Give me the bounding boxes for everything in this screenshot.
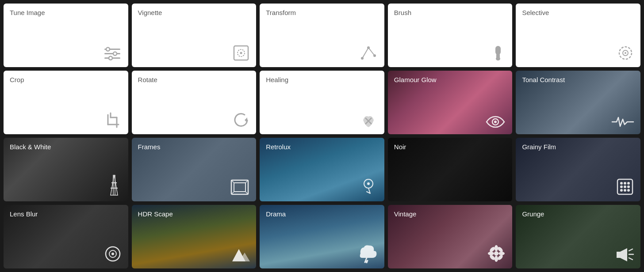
svg-point-42 <box>367 182 370 185</box>
retrolux-icon <box>360 176 378 196</box>
frames-label: Frames <box>138 143 161 151</box>
tile-lens-blur[interactable]: Lens Blur <box>4 205 128 268</box>
tile-tune-image[interactable]: Tune Image <box>4 4 128 67</box>
svg-point-49 <box>627 185 630 188</box>
svg-point-55 <box>111 253 114 255</box>
selective-label: Selective <box>522 9 549 16</box>
eye-icon <box>485 115 506 129</box>
svg-point-29 <box>494 121 497 123</box>
tools-grid: Tune Image Vignette Transform <box>0 0 644 272</box>
tile-healing[interactable]: Healing <box>260 71 384 134</box>
svg-point-59 <box>494 245 498 251</box>
svg-point-44 <box>620 182 623 185</box>
flower-icon <box>487 244 506 263</box>
hdr-scape-label: HDR Scape <box>138 210 173 218</box>
tile-drama[interactable]: Drama <box>260 205 384 268</box>
svg-point-62 <box>498 252 505 255</box>
rotate-icon <box>232 111 250 129</box>
tile-rotate[interactable]: Rotate <box>132 71 257 134</box>
tile-grainy-film[interactable]: Grainy Film <box>516 138 640 201</box>
grainy-film-label: Grainy Film <box>522 143 556 151</box>
tile-retrolux[interactable]: Retrolux <box>260 138 384 201</box>
svg-marker-25 <box>245 117 247 123</box>
svg-point-8 <box>240 52 242 54</box>
svg-line-67 <box>629 249 632 251</box>
svg-point-50 <box>620 189 623 192</box>
svg-line-12 <box>362 48 368 58</box>
lens-blur-label: Lens Blur <box>10 210 38 218</box>
vignette-icon <box>232 44 250 62</box>
mountains-icon <box>228 247 250 263</box>
svg-point-61 <box>488 252 494 255</box>
svg-point-47 <box>620 185 623 188</box>
rotate-label: Rotate <box>138 76 157 83</box>
black-white-label: Black & White <box>10 143 51 151</box>
svg-point-45 <box>624 182 626 185</box>
svg-point-4 <box>113 52 117 56</box>
tile-noir[interactable]: Noir <box>388 138 513 201</box>
grunge-label: Grunge <box>522 210 544 218</box>
cloud-lightning-icon <box>356 244 378 263</box>
eiffel-tower-icon <box>106 174 122 196</box>
sliders-icon <box>103 46 122 62</box>
svg-line-69 <box>629 258 632 260</box>
transform-label: Transform <box>266 9 296 16</box>
brush-icon <box>488 44 506 62</box>
tile-vintage[interactable]: Vintage <box>388 205 513 268</box>
dice-icon <box>616 178 634 196</box>
svg-point-48 <box>624 185 626 188</box>
svg-point-60 <box>494 256 498 262</box>
tile-frames[interactable]: Frames <box>132 138 257 201</box>
tile-hdr-scape[interactable]: HDR Scape <box>132 205 257 268</box>
tile-grunge[interactable]: Grunge <box>516 205 640 268</box>
svg-rect-1 <box>104 53 120 54</box>
pulse-icon <box>611 115 634 129</box>
svg-marker-30 <box>111 175 118 195</box>
tile-selective[interactable]: Selective <box>516 4 640 67</box>
tile-crop[interactable]: Crop <box>4 71 128 134</box>
svg-point-16 <box>496 57 500 60</box>
tile-tonal-contrast[interactable]: Tonal Contrast <box>516 71 640 134</box>
svg-point-19 <box>625 52 626 54</box>
svg-point-3 <box>106 48 110 51</box>
svg-point-46 <box>627 182 630 185</box>
tile-transform[interactable]: Transform <box>260 4 384 67</box>
vignette-label: Vignette <box>138 9 162 16</box>
glamour-glow-label: Glamour Glow <box>394 76 437 83</box>
noir-label: Noir <box>394 143 406 151</box>
svg-rect-36 <box>234 183 245 192</box>
frame-icon <box>230 178 250 196</box>
tile-black-white[interactable]: Black & White <box>4 138 128 201</box>
svg-point-51 <box>624 189 626 192</box>
lens-icon <box>104 245 122 263</box>
svg-line-13 <box>368 48 375 56</box>
tile-glamour-glow[interactable]: Glamour Glow <box>388 71 513 134</box>
healing-icon <box>359 111 378 129</box>
retrolux-label: Retrolux <box>266 143 291 151</box>
svg-point-58 <box>494 251 498 256</box>
crop-icon <box>104 111 122 129</box>
tune-image-label: Tune Image <box>10 9 45 16</box>
moon-icon <box>488 177 506 196</box>
drama-label: Drama <box>266 210 286 218</box>
svg-point-52 <box>627 189 630 192</box>
healing-label: Healing <box>266 76 288 83</box>
crop-label: Crop <box>10 76 24 83</box>
tile-vignette[interactable]: Vignette <box>132 4 257 67</box>
selective-icon <box>617 44 634 62</box>
svg-point-5 <box>109 57 112 60</box>
transform-icon <box>359 44 378 62</box>
vintage-label: Vintage <box>394 210 417 218</box>
tonal-contrast-label: Tonal Contrast <box>522 76 565 83</box>
megaphone-icon <box>614 246 634 263</box>
tile-brush[interactable]: Brush <box>388 4 513 67</box>
brush-label: Brush <box>394 9 411 16</box>
svg-rect-14 <box>495 46 501 55</box>
